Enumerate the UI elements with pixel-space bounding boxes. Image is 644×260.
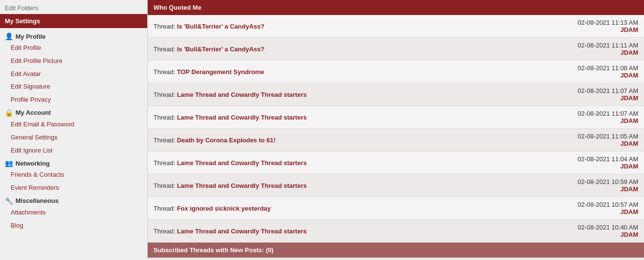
sidebar-item-edit-profile-picture[interactable]: Edit Profile Picture (0, 55, 147, 68)
sidebar-item-edit-profile[interactable]: Edit Profile (0, 42, 147, 55)
table-row: Thread: Fox ignored sicknick yesterday02… (148, 197, 644, 220)
thread-user: JDAM (561, 117, 638, 124)
thread-meta: 02-08-2021 11:05 AMJDAM (561, 133, 638, 147)
thread-user: JDAM (561, 72, 638, 79)
thread-user: JDAM (561, 163, 638, 170)
lock-icon: 🔒 (5, 109, 13, 117)
section-networking: 👥 Networking (0, 157, 147, 168)
thread-user: JDAM (561, 208, 638, 215)
thread-date: 02-08-2021 10:59 AM (561, 178, 638, 185)
networking-icon: 👥 (5, 159, 13, 167)
thread-meta: 02-08-2021 11:11 AMJDAM (561, 42, 638, 56)
table-row: Thread: Lame Thread and Cowardly Thread … (148, 220, 644, 243)
thread-link[interactable]: Lame Thread and Cowardly Thread starters (177, 114, 307, 121)
thread-user: JDAM (561, 26, 638, 33)
sidebar-item-friends-contacts[interactable]: Friends & Contacts (0, 168, 147, 182)
thread-meta: 02-08-2021 11:04 AMJDAM (561, 155, 638, 170)
misc-icon: 🔧 (5, 197, 13, 205)
thread-user: JDAM (561, 185, 638, 193)
sidebar-item-attachments[interactable]: Attachments (0, 206, 147, 219)
thread-label: Thread: Fox ignored sicknick yesterday (153, 205, 271, 212)
my-settings-header: My Settings (0, 14, 147, 28)
thread-label: Thread: TOP Derangement Syndrome (153, 68, 264, 76)
who-quoted-header: Who Quoted Me (148, 0, 644, 15)
thread-list: Thread: Is 'Bull&Terrier' a CandyAss?02-… (148, 15, 644, 243)
sidebar-item-edit-signature[interactable]: Edit Signature (0, 80, 147, 93)
thread-link[interactable]: Lame Thread and Cowardly Thread starters (177, 91, 307, 98)
section-miscellaneous: 🔧 Miscellaneous (0, 195, 147, 206)
table-row: Thread: Is 'Bull&Terrier' a CandyAss?02-… (148, 15, 644, 38)
sidebar-item-edit-avatar[interactable]: Edit Avatar (0, 68, 147, 81)
section-my-account: 🔒 My Account (0, 107, 147, 118)
thread-link[interactable]: TOP Derangement Syndrome (177, 68, 264, 76)
sidebar-item-blog[interactable]: Blog (0, 219, 147, 232)
thread-meta: 02-08-2021 11:13 AMJDAM (561, 19, 638, 33)
thread-date: 02-08-2021 11:11 AM (561, 42, 638, 49)
thread-label: Thread: Is 'Bull&Terrier' a CandyAss? (153, 46, 264, 53)
thread-meta: 02-08-2021 11:07 AMJDAM (561, 87, 638, 102)
table-row: Thread: Lame Thread and Cowardly Thread … (148, 152, 644, 174)
section-my-profile: 👤 My Profile (0, 30, 147, 42)
thread-meta: 02-08-2021 11:08 AMJDAM (561, 64, 638, 79)
thread-user: JDAM (561, 231, 638, 238)
main-content: Who Quoted Me Thread: Is 'Bull&Terrier' … (148, 0, 644, 260)
sidebar-item-edit-ignore-list[interactable]: Edit Ignore List (0, 144, 147, 157)
thread-date: 02-08-2021 10:40 AM (561, 224, 638, 231)
thread-meta: 02-08-2021 10:40 AMJDAM (561, 224, 638, 238)
thread-label: Thread: Lame Thread and Cowardly Thread … (153, 228, 307, 235)
thread-link[interactable]: Is 'Bull&Terrier' a CandyAss? (177, 46, 264, 53)
thread-meta: 02-08-2021 10:59 AMJDAM (561, 178, 638, 193)
thread-date: 02-08-2021 11:13 AM (561, 19, 638, 26)
thread-date: 02-08-2021 11:08 AM (561, 64, 638, 72)
sidebar-item-event-reminders[interactable]: Event Reminders (0, 182, 147, 195)
sidebar: Edit Folders My Settings 👤 My Profile Ed… (0, 0, 148, 260)
thread-label: Thread: Lame Thread and Cowardly Thread … (153, 159, 307, 167)
thread-label: Thread: Lame Thread and Cowardly Thread … (153, 182, 307, 189)
sidebar-item-general-settings[interactable]: General Settings (0, 131, 147, 144)
thread-link[interactable]: Lame Thread and Cowardly Thread starters (177, 159, 307, 167)
thread-user: JDAM (561, 49, 638, 56)
thread-date: 02-08-2021 11:05 AM (561, 133, 638, 140)
thread-date: 02-08-2021 10:57 AM (561, 201, 638, 208)
thread-label: Thread: Death by Corona Explodes to 61! (153, 137, 276, 144)
thread-link[interactable]: Is 'Bull&Terrier' a CandyAss? (177, 23, 264, 30)
edit-folders-link[interactable]: Edit Folders (0, 2, 147, 14)
table-row: Thread: Lame Thread and Cowardly Thread … (148, 83, 644, 106)
table-row: Thread: Lame Thread and Cowardly Thread … (148, 174, 644, 197)
thread-user: JDAM (561, 94, 638, 102)
thread-date: 02-08-2021 11:07 AM (561, 87, 638, 94)
thread-label: Thread: Is 'Bull&Terrier' a CandyAss? (153, 23, 264, 30)
table-row: Thread: Is 'Bull&Terrier' a CandyAss?02-… (148, 38, 644, 61)
thread-label: Thread: Lame Thread and Cowardly Thread … (153, 91, 307, 98)
sidebar-item-profile-privacy[interactable]: Profile Privacy (0, 93, 147, 107)
profile-icon: 👤 (5, 32, 13, 40)
thread-user: JDAM (561, 140, 638, 147)
thread-meta: 02-08-2021 11:07 AMJDAM (561, 110, 638, 124)
sidebar-item-edit-email-password[interactable]: Edit Email & Password (0, 118, 147, 131)
table-row: Thread: Lame Thread and Cowardly Thread … (148, 106, 644, 129)
table-row: Thread: TOP Derangement Syndrome02-08-20… (148, 61, 644, 83)
thread-date: 02-08-2021 11:04 AM (561, 155, 638, 163)
thread-label: Thread: Lame Thread and Cowardly Thread … (153, 114, 307, 121)
thread-link[interactable]: Lame Thread and Cowardly Thread starters (177, 182, 307, 189)
thread-link[interactable]: Lame Thread and Cowardly Thread starters (177, 228, 307, 235)
thread-link[interactable]: Fox ignored sicknick yesterday (177, 205, 271, 212)
thread-date: 02-08-2021 11:07 AM (561, 110, 638, 117)
thread-link[interactable]: Death by Corona Explodes to 61! (177, 137, 276, 144)
table-row: Thread: Death by Corona Explodes to 61!0… (148, 129, 644, 152)
subscribed-threads-header: Subscribed Threads with New Posts: (0) (148, 243, 644, 258)
thread-meta: 02-08-2021 10:57 AMJDAM (561, 201, 638, 215)
